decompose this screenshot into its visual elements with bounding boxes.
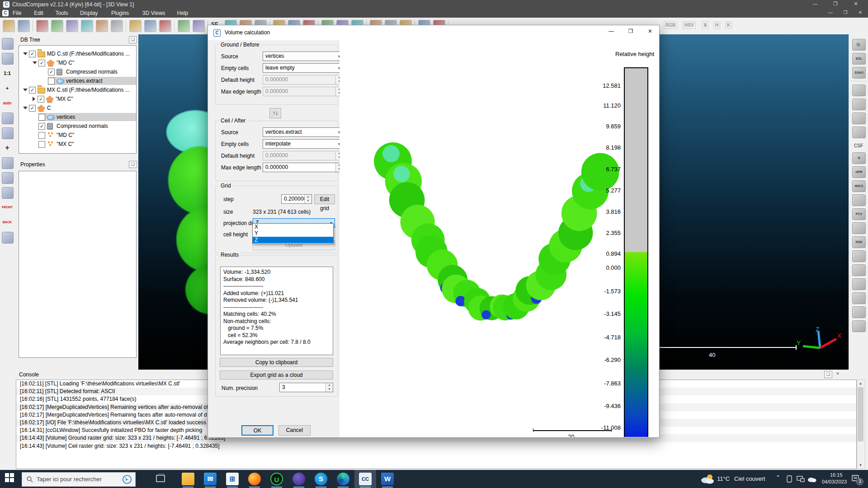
ground-empty-cells-combo[interactable]: leave empty▾: [263, 63, 343, 73]
ceil-empty-cells-combo[interactable]: interpolate▾: [263, 139, 343, 149]
sf-rgb-icon[interactable]: RGB: [664, 21, 677, 29]
taskbar-search-input[interactable]: Taper ici pour rechercher: [22, 472, 136, 487]
console-close-button[interactable]: ✕: [834, 371, 841, 377]
window-close-button[interactable]: ✕: [849, 1, 863, 7]
rasterize-icon[interactable]: [852, 320, 866, 332]
expand-closed-icon[interactable]: [33, 97, 35, 101]
copy-to-clipboard-button[interactable]: Copy to clipboard: [220, 358, 333, 367]
projection-dropdown-list[interactable]: XYZ: [252, 223, 334, 244]
tree-item-body[interactable]: "MD C": [38, 131, 136, 139]
grid-step-input[interactable]: 0.200000▲▼: [281, 194, 312, 204]
rgb-colors-icon[interactable]: [81, 20, 93, 32]
arch-icon[interactable]: [852, 292, 866, 304]
results-textbox[interactable]: Volume: -1,334.520 Surface: 848.600 ----…: [220, 267, 333, 355]
tray-expand-icon[interactable]: ⌃: [776, 474, 780, 481]
animation-icon[interactable]: [852, 84, 866, 96]
tree-item-body[interactable]: ✓MX C.stl (F:/thèse/Modifications ...: [29, 86, 136, 94]
expand-open-icon[interactable]: [23, 107, 28, 109]
shell-icon[interactable]: [852, 127, 866, 138]
tree-item-body[interactable]: vertices: [38, 113, 136, 121]
ground-source-combo[interactable]: vertices▾: [263, 52, 343, 61]
open-icon[interactable]: [3, 20, 15, 32]
ok-button[interactable]: OK: [241, 425, 274, 436]
tree-item[interactable]: ✓Compressed normals: [19, 122, 136, 131]
zoom-1-1-icon[interactable]: 1:1: [2, 68, 13, 79]
expand-open-icon[interactable]: [23, 89, 28, 91]
tree-item[interactable]: ✓MD C.stl (F:/thèse/Modifications ...: [19, 49, 136, 58]
tree-item-body[interactable]: ✓"MX C": [38, 95, 136, 103]
projection-option-y[interactable]: Y: [253, 230, 333, 236]
tree-item[interactable]: ✓C: [19, 103, 136, 113]
console-scrollbar[interactable]: ▲ ▼: [857, 380, 865, 469]
scroll-down-icon[interactable]: ▼: [857, 462, 864, 469]
tree-item-body[interactable]: "MX C": [38, 140, 136, 148]
taskbar-app-edge[interactable]: [337, 473, 349, 485]
tree-item[interactable]: ✓"MX C": [19, 94, 136, 103]
window-minimize-button[interactable]: —: [808, 1, 822, 6]
sf-hsv-icon[interactable]: HSV: [683, 21, 696, 29]
tree-item-body[interactable]: ✓Compressed normals: [38, 122, 136, 130]
tree-item-body[interactable]: ✓MD C.stl (F:/thèse/Modifications ...: [29, 50, 136, 58]
taskbar-app-office-hub[interactable]: [292, 473, 305, 485]
checkbox[interactable]: [38, 114, 45, 121]
back-view-icon[interactable]: BACK: [2, 217, 13, 228]
tree-item-body[interactable]: ✓Compressed normals: [48, 68, 136, 76]
pcv-icon[interactable]: PCV: [852, 208, 866, 220]
ssao-icon[interactable]: SSAO: [852, 67, 866, 79]
rsd-icon[interactable]: RSD: [852, 236, 866, 248]
checkbox[interactable]: ✓: [38, 123, 45, 130]
properties-list-icon[interactable]: [51, 20, 63, 32]
scroll-up-icon[interactable]: ▲: [857, 380, 864, 387]
checkbox[interactable]: ✓: [38, 96, 44, 103]
phone-tray-icon[interactable]: [786, 475, 793, 483]
pick-point-icon[interactable]: [129, 20, 142, 32]
tree-item-body[interactable]: vertices.extract: [48, 77, 136, 85]
dialog-maximize-button[interactable]: ❐: [623, 28, 638, 38]
tree-item[interactable]: vertices: [19, 113, 136, 122]
tree-item[interactable]: vertices.extract: [19, 76, 136, 85]
onedrive-icon[interactable]: [807, 476, 816, 483]
pick-pair-icon[interactable]: [144, 20, 156, 32]
blob-icon[interactable]: [852, 222, 866, 234]
window-maximize-button[interactable]: ❐: [829, 1, 842, 7]
checkbox[interactable]: ✓: [29, 105, 36, 112]
tree-item[interactable]: ✓"MD C": [19, 58, 136, 67]
m3c2-icon[interactable]: M3C2: [852, 180, 866, 192]
taskbar-app-cloudcompare[interactable]: CC: [359, 473, 372, 485]
num-precision-input[interactable]: 3▲▼: [279, 383, 333, 392]
taskbar-app-firefox[interactable]: [248, 473, 261, 485]
taskbar-app-antivirus[interactable]: U: [270, 473, 283, 485]
menu-display[interactable]: Display: [78, 10, 99, 16]
taskbar-app-word[interactable]: W: [381, 473, 394, 485]
disable-icon[interactable]: ⃠: [852, 39, 866, 51]
segment-icon[interactable]: [178, 20, 190, 32]
shell2-icon[interactable]: [852, 194, 866, 206]
edl-icon[interactable]: EDL: [852, 53, 866, 65]
pan-icon[interactable]: ✛: [2, 142, 13, 153]
spinner-icon[interactable]: ▲▼: [304, 195, 311, 203]
child-close-button[interactable]: ✕: [854, 10, 867, 15]
cancel-button[interactable]: Cancel: [278, 425, 311, 436]
hpr-icon[interactable]: HPR: [852, 166, 866, 178]
checkbox[interactable]: [38, 141, 45, 148]
spinner-icon[interactable]: ▲▼: [326, 383, 333, 392]
tree-item[interactable]: ✓MX C.stl (F:/thèse/Modifications ...: [19, 85, 136, 94]
tree-item[interactable]: "MX C": [19, 140, 136, 149]
expand-open-icon[interactable]: [23, 52, 28, 55]
compass-icon[interactable]: [852, 113, 866, 124]
tree-item[interactable]: "MD C": [19, 131, 136, 140]
sf-k-icon[interactable]: K: [725, 21, 732, 29]
db-tree-float-button[interactable]: ❏: [129, 36, 137, 43]
checkbox[interactable]: [48, 78, 55, 84]
checkbox[interactable]: ✓: [48, 69, 55, 75]
start-button[interactable]: [5, 473, 17, 485]
taskbar-app-store[interactable]: ⊞: [226, 473, 239, 485]
dialog-close-button[interactable]: ✕: [643, 28, 657, 38]
cc-translate-icon[interactable]: [96, 20, 108, 32]
menu-edit[interactable]: Edit: [32, 10, 45, 16]
crop-icon[interactable]: [193, 20, 205, 32]
edit-grid-button[interactable]: Edit grid: [314, 194, 335, 204]
pivot-icon[interactable]: [2, 113, 14, 124]
menu-tools[interactable]: Tools: [53, 10, 70, 16]
swap-ground-ceil-button[interactable]: ↑↓: [269, 108, 281, 118]
